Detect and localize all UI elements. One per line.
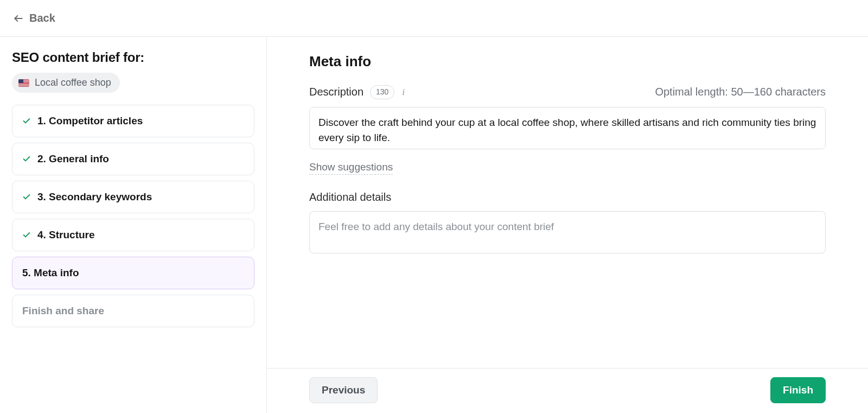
char-count-badge: 130 (370, 85, 394, 99)
finish-button[interactable]: Finish (770, 377, 826, 403)
sidebar: SEO content brief for: Local coffee shop… (0, 37, 267, 413)
section-title: Meta info (309, 53, 826, 70)
step-label: 1. Competitor articles (37, 115, 143, 127)
additional-details-input[interactable] (309, 211, 826, 253)
description-label-group: Description 130 i (309, 85, 406, 99)
back-label: Back (29, 12, 55, 24)
step-meta-info[interactable]: 5. Meta info (12, 257, 254, 289)
sidebar-title: SEO content brief for: (12, 50, 254, 65)
step-list: 1. Competitor articles 2. General info 3… (12, 105, 254, 327)
content-inner: Meta info Description 130 i Optimal leng… (267, 37, 868, 368)
description-label: Description (309, 86, 363, 98)
main-area: SEO content brief for: Local coffee shop… (0, 37, 868, 413)
check-icon (22, 117, 31, 125)
step-structure[interactable]: 4. Structure (12, 219, 254, 251)
show-suggestions-link[interactable]: Show suggestions (309, 161, 393, 175)
step-finish-share[interactable]: Finish and share (12, 295, 254, 327)
arrow-left-icon (13, 13, 24, 24)
step-label: Finish and share (22, 305, 104, 317)
check-icon (22, 193, 31, 201)
description-input[interactable] (309, 107, 826, 149)
description-header-row: Description 130 i Optimal length: 50—160… (309, 85, 826, 99)
step-general-info[interactable]: 2. General info (12, 143, 254, 175)
topic-label: Local coffee shop (35, 77, 111, 88)
additional-details-label: Additional details (309, 191, 826, 204)
step-label: 2. General info (37, 153, 109, 165)
top-bar: Back (0, 0, 868, 37)
step-label: 5. Meta info (22, 267, 79, 279)
check-icon (22, 231, 31, 239)
check-icon (22, 155, 31, 163)
previous-button[interactable]: Previous (309, 377, 378, 403)
step-label: 4. Structure (37, 229, 95, 241)
info-icon[interactable]: i (401, 87, 405, 97)
step-competitor-articles[interactable]: 1. Competitor articles (12, 105, 254, 137)
topic-chip[interactable]: Local coffee shop (12, 73, 120, 93)
step-label: 3. Secondary keywords (37, 191, 152, 203)
flag-us-icon (18, 79, 29, 87)
step-secondary-keywords[interactable]: 3. Secondary keywords (12, 181, 254, 213)
back-button[interactable]: Back (13, 12, 55, 24)
footer-bar: Previous Finish (267, 368, 868, 413)
optimal-length-text: Optimal length: 50—160 characters (655, 86, 826, 98)
content-pane: Meta info Description 130 i Optimal leng… (267, 37, 868, 413)
